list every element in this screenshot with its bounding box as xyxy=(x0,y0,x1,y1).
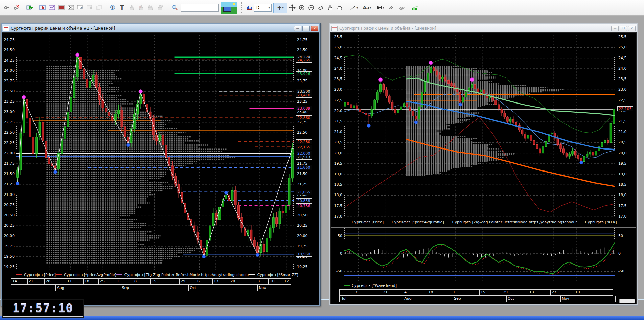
minimize-button[interactable]: — xyxy=(611,26,619,31)
search-icon[interactable] xyxy=(170,3,180,13)
add-chart-button[interactable] xyxy=(25,3,34,13)
week-cell: 20 xyxy=(229,278,256,285)
price-tick-label: 23,25 xyxy=(4,99,15,104)
month-row: JulAugSepOctNov xyxy=(340,296,617,302)
price-tick-label: 24,5 xyxy=(618,56,627,60)
left-chart-plot[interactable] xyxy=(16,35,294,270)
left-window-titlebar[interactable]: Сургнфгз График цены и объёма #2 - [Днев… xyxy=(2,24,319,32)
price-tick-label: 20,5 xyxy=(618,140,627,144)
price-tick-label: 19,5 xyxy=(334,161,343,166)
price-tick-label: 23,0 xyxy=(334,87,343,92)
price-tick-label: 21,50 xyxy=(4,172,15,176)
search-input[interactable] xyxy=(181,4,219,12)
grab-hand-icon[interactable] xyxy=(335,3,344,13)
zoom-in-button[interactable] xyxy=(297,3,306,13)
price-tick-label: 24,75 xyxy=(4,38,15,42)
indicator-axis-left: 500-50 xyxy=(331,228,344,281)
main-toolbar: ! T D▾ +▾ ▾ Aa▾ ▾ xyxy=(0,0,644,16)
chart-candles-icon[interactable] xyxy=(38,3,47,13)
week-cell: 21 xyxy=(382,289,403,296)
wavetrend-panel[interactable] xyxy=(344,228,615,281)
left-chart-content: 24,7524,5024,2524,0023,7523,5023,2523,00… xyxy=(2,32,319,305)
line-tool-button[interactable]: ▾ xyxy=(348,3,360,13)
right-chart-plot[interactable] xyxy=(344,35,615,218)
chart-remove-icon[interactable] xyxy=(85,3,95,13)
right-window-titlebar[interactable]: Сургнфгз График цены и объёма - [Дневной… xyxy=(330,24,637,32)
chart-delete-icon[interactable] xyxy=(66,3,76,13)
alert-icon[interactable]: ! xyxy=(108,3,117,13)
price-tick-label: 23,75 xyxy=(297,79,308,83)
week-cell xyxy=(339,289,354,296)
zigzag-high-dot xyxy=(470,78,474,82)
text-tool-button[interactable]: T xyxy=(117,3,127,13)
key-delete-icon[interactable] xyxy=(12,3,21,13)
legend-label: Сургнфгз [*priceAvgProfile] xyxy=(64,273,116,277)
zigzag-low-dot xyxy=(224,191,228,194)
chart-levels-icon[interactable] xyxy=(57,3,66,13)
zigzag-low-dot xyxy=(54,170,57,174)
legend-item: Сургнфгз [*WaveTrend] xyxy=(344,283,397,288)
week-cell: 18 xyxy=(83,278,99,285)
restore-button[interactable]: ❐ xyxy=(620,26,627,31)
hand-pair-icon[interactable] xyxy=(146,3,155,13)
key-icon[interactable] xyxy=(2,3,12,13)
legend-item: Сургнфгз [Price] xyxy=(344,220,384,224)
legend-item: Сургнфгз [*KLR] xyxy=(577,220,617,224)
hand-stop-icon[interactable] xyxy=(155,3,165,13)
price-marker-label: 24,265 xyxy=(296,58,312,63)
zigzag-low-dot xyxy=(256,253,259,257)
chart-edit-icon[interactable] xyxy=(76,3,85,13)
chart-copy-icon[interactable] xyxy=(95,3,104,13)
toolbar-group-separator xyxy=(167,2,168,13)
legend-item: Сургнфгз [*priceAvgProfile] xyxy=(56,273,116,277)
price-tick-label: 21,5 xyxy=(334,119,343,123)
left-chart-window[interactable]: Сургнфгз График цены и объёма #2 - [Днев… xyxy=(1,23,321,306)
price-tick-label: 22,00 xyxy=(4,151,15,155)
chart-line-icon[interactable] xyxy=(47,3,57,13)
hand-delete-icon[interactable] xyxy=(136,3,146,13)
price-tick-label: 25,0 xyxy=(334,45,343,49)
marker-tool-button[interactable]: ▾ xyxy=(374,3,387,13)
right-window-title: Сургнфгз График цены и объёма - [Дневной… xyxy=(339,26,611,31)
month-cell: Aug xyxy=(55,285,121,291)
close-button[interactable]: ✕ xyxy=(311,26,318,31)
price-tick-label: 21,50 xyxy=(297,172,308,176)
legend-label: Сургнфгз [*SmartZZ] xyxy=(257,273,298,277)
pan-move-button[interactable] xyxy=(288,3,297,13)
close-button[interactable]: ✕ xyxy=(628,26,636,31)
volume-bars-icon[interactable] xyxy=(410,3,419,13)
price-marker-label: 22,860 xyxy=(296,115,312,120)
restore-button[interactable]: ❐ xyxy=(302,26,310,31)
price-tick-label: 20,50 xyxy=(4,213,15,218)
price-tick-label: 24,0 xyxy=(618,66,627,71)
hand-up-icon[interactable] xyxy=(127,3,136,13)
pointer-hand-icon[interactable] xyxy=(325,3,335,13)
hatch-tool-icon[interactable] xyxy=(387,3,397,13)
bottom-taskbar[interactable] xyxy=(0,316,644,320)
crosshair-button[interactable]: +▾ xyxy=(273,3,288,13)
week-cell: 8 xyxy=(133,278,151,285)
week-cell: 25 xyxy=(98,278,116,285)
eraser-icon[interactable] xyxy=(316,3,325,13)
wavetrend-canvas xyxy=(344,228,615,281)
histogram-icon[interactable] xyxy=(245,3,254,13)
legend-label: Сургнфгз [Price] xyxy=(352,220,384,224)
right-chart-window[interactable]: Сургнфгз График цены и объёма - [Дневной… xyxy=(329,23,638,306)
legend-label: Сургнфгз [*WaveTrend] xyxy=(352,283,397,288)
right-price-axis: 24,7524,5024,2524,0023,7523,5023,2523,00… xyxy=(294,33,319,305)
zigzag-high-dot xyxy=(379,78,383,82)
price-marker-label: 20,736 xyxy=(296,203,312,208)
font-tool-button[interactable]: Aa▾ xyxy=(360,3,374,13)
timeframe-select[interactable]: D▾ xyxy=(254,4,272,12)
legend-label: Сургнфгз [*priceAvgProfile] xyxy=(392,220,444,224)
zigzag-low-dot xyxy=(580,161,583,164)
resize-grip[interactable] xyxy=(619,299,635,303)
zoom-out-button[interactable] xyxy=(306,3,316,13)
price-tick-label: 21,25 xyxy=(297,182,308,186)
template-image-button[interactable] xyxy=(221,2,237,14)
hatch-tool-2-icon[interactable] xyxy=(397,3,406,13)
panel-divider[interactable] xyxy=(331,226,636,228)
minimize-button[interactable]: — xyxy=(294,26,301,31)
indicator-tick-label: 0 xyxy=(340,251,342,256)
price-tick-label: 19,75 xyxy=(297,244,308,248)
